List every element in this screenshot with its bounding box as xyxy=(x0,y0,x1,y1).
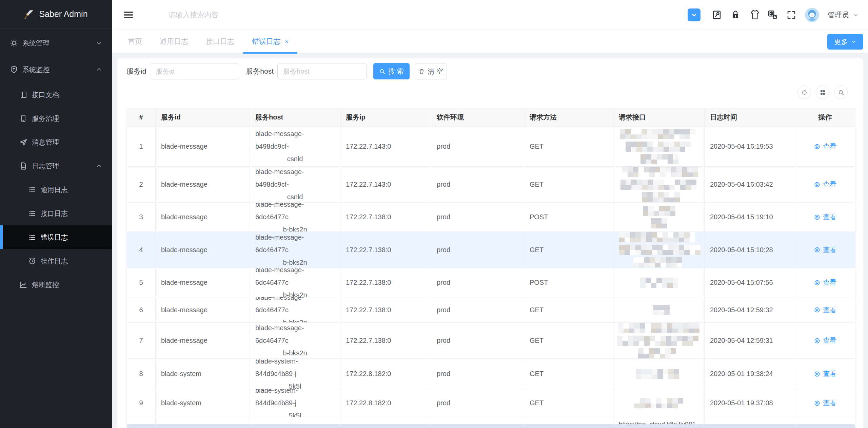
cell-index: 1 xyxy=(127,127,156,167)
more-button[interactable]: 更多 xyxy=(827,34,863,50)
sidebar-item-service-governance[interactable]: 服务治理 xyxy=(0,107,112,130)
cell-service-ip: 172.22.8.182:0 xyxy=(340,359,431,389)
view-log-button[interactable]: 查看 xyxy=(814,278,836,287)
language-icon[interactable] xyxy=(768,10,778,20)
tab-label: 错误日志 xyxy=(252,37,280,46)
user-menu[interactable]: 管理员 xyxy=(828,10,859,20)
cell-service-id: blade-message xyxy=(156,127,250,167)
table-row[interactable]: 2blade-messageblade-message-b498dc9cf-cs… xyxy=(127,167,855,203)
view-label: 查看 xyxy=(823,180,836,189)
cell-method: GET xyxy=(524,323,613,359)
hamburger-menu-icon[interactable] xyxy=(123,10,134,20)
cell-env: prod xyxy=(431,297,524,323)
refresh-button[interactable] xyxy=(797,86,811,99)
table-row[interactable]: 8blade-systemblade-system-844d9c4b89-j5k… xyxy=(127,359,855,389)
app-title: Saber Admin xyxy=(39,9,87,19)
table-search-button[interactable] xyxy=(834,86,848,99)
tab-bar: 首页通用日志接口日志错误日志× 更多 xyxy=(112,30,868,54)
service-host-input[interactable] xyxy=(277,63,367,79)
cell-service-host: blade-message-b498dc9cf-csnld xyxy=(250,127,340,167)
view-log-button[interactable]: 查看 xyxy=(814,180,836,189)
horizontal-scrollbar[interactable] xyxy=(126,424,855,428)
view-log-button[interactable]: 查看 xyxy=(814,245,836,255)
table-row[interactable]: 4blade-messageblade-message-6dc46477cb-b… xyxy=(127,232,855,268)
sidebar-item-api-docs[interactable]: 接口文档 xyxy=(0,83,112,107)
sidebar-item-circuit-monitor[interactable]: 熔断监控 xyxy=(0,273,112,297)
app-logo: Saber Admin xyxy=(0,0,112,29)
view-log-button[interactable]: 查看 xyxy=(814,305,836,315)
table-row[interactable]: 6blade-messageblade-message-6dc46477cb-b… xyxy=(127,297,855,323)
cell-actions: 查看 xyxy=(795,167,855,203)
table-row[interactable]: 7blade-messageblade-message-6dc46477cb-b… xyxy=(127,323,855,359)
cell-service-ip: 172.22.7.138:0 xyxy=(340,268,431,297)
tab-error-log[interactable]: 错误日志× xyxy=(243,30,297,53)
search-icon xyxy=(379,68,386,75)
cell-request-interface-redacted xyxy=(613,203,705,232)
cell-index: 6 xyxy=(127,297,156,323)
sidebar-item-operation-log[interactable]: 操作日志 xyxy=(0,249,112,273)
table-row[interactable]: 1blade-messageblade-message-b498dc9cf-cs… xyxy=(127,127,855,167)
refresh-icon xyxy=(801,89,808,96)
cell-request-interface-redacted xyxy=(613,359,705,389)
sidebar-item-api-log[interactable]: 接口日志 xyxy=(0,202,112,225)
avatar[interactable] xyxy=(805,8,819,22)
view-log-button[interactable]: 查看 xyxy=(814,142,836,151)
tab-label: 通用日志 xyxy=(160,37,188,46)
shield-icon xyxy=(10,66,18,74)
cell-service-host: blade-message-6dc46477cb-bks2n xyxy=(250,297,340,323)
sidebar-item-common-log[interactable]: 通用日志 xyxy=(0,178,112,202)
cell-method: GET xyxy=(524,127,613,167)
sidebar-item-log-manage[interactable]: 日志管理 xyxy=(0,154,112,178)
cell-method: GET xyxy=(524,359,613,389)
redacted-mosaic xyxy=(619,232,700,242)
sidebar-item-error-log[interactable]: 错误日志 xyxy=(0,225,112,249)
cell-service-id: blade-message xyxy=(156,323,250,359)
view-log-button[interactable]: 查看 xyxy=(814,212,836,222)
table-toolbar xyxy=(797,86,848,99)
changelog-icon[interactable] xyxy=(712,10,722,20)
table-row[interactable]: 9blade-systemblade-system-844d9c4b89-j5k… xyxy=(127,389,855,417)
tab-common-log[interactable]: 通用日志 xyxy=(151,30,197,53)
collapse-toggle-button[interactable] xyxy=(685,6,703,24)
cell-service-ip: 172.22.7.138:0 xyxy=(340,203,431,232)
cell-service-ip: 172.22.7.143:0 xyxy=(340,127,431,167)
tab-api-log[interactable]: 接口日志 xyxy=(197,30,243,53)
lock-icon[interactable] xyxy=(730,10,741,20)
theme-icon[interactable] xyxy=(749,10,759,20)
cell-log-time: 2020-05-04 15:10:28 xyxy=(705,232,795,268)
column-settings-button[interactable] xyxy=(816,86,829,99)
view-log-button[interactable]: 查看 xyxy=(814,369,836,378)
cell-index: 7 xyxy=(127,323,156,359)
global-search-input[interactable] xyxy=(168,7,314,22)
sidebar-item-system-manage[interactable]: 系统管理 xyxy=(0,30,112,56)
cell-log-time: 2020-05-04 12:59:31 xyxy=(705,323,795,359)
cell-service-ip: 172.22.8.182:0 xyxy=(340,389,431,417)
cell-request-interface-redacted xyxy=(613,127,705,167)
cell-actions: 查看 xyxy=(795,389,855,417)
cell-request-interface-redacted xyxy=(613,268,705,297)
sidebar-menu: 系统管理系统监控接口文档服务治理消息管理日志管理通用日志接口日志错误日志操作日志… xyxy=(0,29,112,297)
cell-service-id: blade-message xyxy=(156,297,250,323)
close-icon[interactable]: × xyxy=(285,38,289,45)
view-log-button[interactable]: 查看 xyxy=(814,336,836,345)
table-row[interactable]: 3blade-messageblade-message-6dc46477cb-b… xyxy=(127,203,855,232)
sidebar-item-label: 服务治理 xyxy=(32,114,59,123)
cell-request-interface-redacted xyxy=(613,232,705,268)
fullscreen-icon[interactable] xyxy=(786,10,796,20)
cell-request-interface-redacted xyxy=(613,323,705,359)
cell-actions: 查看 xyxy=(795,297,855,323)
cell-service-ip: 172.22.7.138:0 xyxy=(340,232,431,268)
clear-button[interactable]: 清 空 xyxy=(415,63,447,79)
sidebar-item-system-monitor[interactable]: 系统监控 xyxy=(0,56,112,83)
search-button[interactable]: 搜 索 xyxy=(373,63,410,79)
cell-request-interface-redacted xyxy=(613,389,705,417)
cell-method: GET xyxy=(524,232,613,268)
tab-home[interactable]: 首页 xyxy=(119,30,151,53)
sidebar-item-message-manage[interactable]: 消息管理 xyxy=(0,130,112,154)
table-row[interactable]: 5blade-messageblade-message-6dc46477cb-b… xyxy=(127,268,855,297)
view-log-button[interactable]: 查看 xyxy=(814,398,836,408)
cell-log-time: 2020-05-04 16:19:53 xyxy=(705,127,795,167)
service-id-input[interactable] xyxy=(150,63,239,79)
sidebar-item-label: 日志管理 xyxy=(32,162,59,171)
cell-actions: 查看 xyxy=(795,232,855,268)
